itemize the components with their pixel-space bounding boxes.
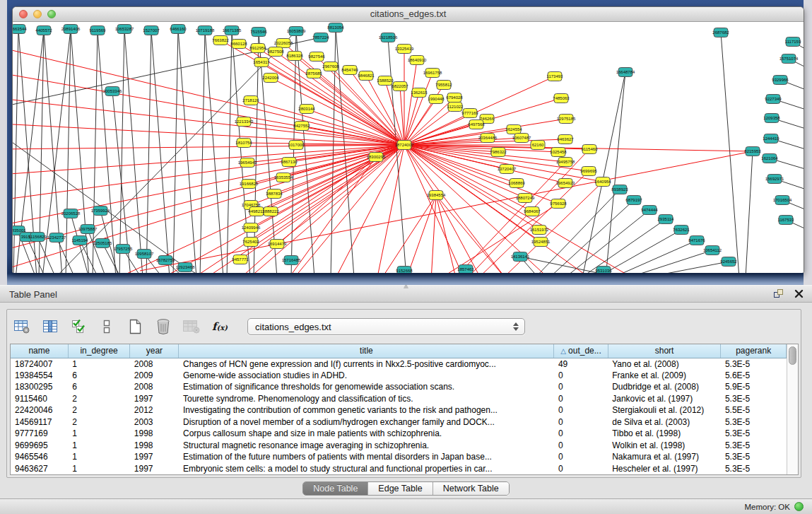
graph-node[interactable]: 2718126 — [242, 96, 259, 105]
graph-edge[interactable] — [227, 30, 232, 273]
graph-edge[interactable] — [151, 30, 170, 273]
column-header-year[interactable]: year — [130, 344, 179, 358]
graph-node[interactable]: 16961758 — [423, 69, 442, 78]
graph-edge[interactable] — [119, 29, 124, 273]
column-header-in_degree[interactable]: in_degree — [68, 344, 129, 358]
graph-node[interactable]: 7986322 — [490, 148, 507, 157]
graph-node[interactable]: 2967608 — [322, 62, 339, 71]
graph-node[interactable]: 12505185 — [93, 239, 112, 248]
cell-name[interactable]: 9465546 — [11, 451, 68, 463]
graph-node[interactable]: 8427552 — [293, 122, 310, 131]
graph-node[interactable]: 62160 — [531, 141, 545, 150]
cell-short[interactable]: Stergiakouli et al. (2012) — [608, 404, 721, 416]
table-row[interactable]: 969969511998Structural magnetic resonanc… — [11, 440, 787, 452]
cell-in_degree[interactable]: 1 — [68, 428, 129, 440]
cell-year[interactable]: 1998 — [130, 428, 179, 440]
graph-node[interactable]: 9684067 — [524, 207, 541, 216]
graph-node[interactable]: 16648784 — [616, 68, 635, 77]
cell-title[interactable]: Tourette syndrome. Phenomenology and cla… — [179, 393, 554, 405]
cell-out_degree[interactable]: 0 — [554, 393, 608, 405]
table-row[interactable]: 1830029562008Estimation of significance … — [11, 381, 787, 393]
cell-name[interactable]: 18724007 — [11, 358, 68, 370]
graph-node[interactable]: 12342737 — [47, 233, 66, 243]
graph-node[interactable]: 3867130 — [281, 158, 298, 167]
graph-node[interactable]: 1167533 — [778, 216, 795, 225]
graph-edge[interactable] — [13, 29, 18, 273]
graph-node[interactable]: 1068869 — [508, 179, 525, 188]
graph-edge[interactable] — [98, 30, 116, 273]
cell-in_degree[interactable]: 1 — [68, 451, 129, 463]
graph-node[interactable]: 17359924 — [91, 206, 110, 216]
graph-node[interactable]: 16914479 — [268, 240, 287, 249]
cell-year[interactable]: 2008 — [130, 358, 179, 370]
graph-node[interactable]: 8186328 — [286, 52, 303, 61]
graph-node[interactable]: 12409946 — [242, 223, 261, 233]
table-row[interactable]: 1938455462009Genome-wide association stu… — [11, 370, 787, 382]
cell-short[interactable]: Yano et al. (2008) — [608, 358, 721, 370]
cell-title[interactable]: Structural magnetic resonance image aver… — [179, 440, 554, 452]
cell-out_degree[interactable]: 0 — [554, 451, 608, 463]
select-columns-icon[interactable] — [68, 315, 89, 338]
cell-year[interactable]: 2012 — [130, 404, 179, 416]
graph-edge[interactable] — [406, 195, 436, 273]
close-window-button[interactable] — [19, 10, 28, 18]
cell-name[interactable]: 9463627 — [11, 463, 68, 475]
graph-edge[interactable] — [380, 195, 436, 273]
graph-edge[interactable] — [644, 262, 729, 273]
graph-node[interactable]: 10719188 — [196, 26, 215, 35]
graph-node[interactable]: 9699695 — [580, 167, 597, 176]
graph-node[interactable]: 9827508 — [267, 47, 284, 57]
graph-node[interactable]: 17957255 — [114, 245, 133, 254]
graph-node[interactable]: 6822057 — [392, 82, 408, 91]
new-column-icon[interactable] — [124, 315, 146, 338]
cell-name[interactable]: 9777169 — [11, 428, 68, 440]
graph-node[interactable]: 8215953 — [744, 147, 761, 156]
graph-node[interactable]: 4405572 — [35, 26, 52, 35]
graph-edge[interactable] — [124, 29, 143, 273]
cell-short[interactable]: Wolkin et al. (1998) — [608, 440, 721, 452]
graph-node[interactable]: 1654317 — [253, 58, 270, 67]
graph-node[interactable]: 17016504 — [773, 196, 792, 205]
graph-node[interactable]: 2803144 — [298, 105, 315, 114]
table-row[interactable]: 911546021997Tourette syndrome. Phenomeno… — [11, 393, 787, 405]
graph-node[interactable]: 1621064 — [761, 154, 778, 163]
column-header-title[interactable]: title — [179, 344, 554, 358]
graph-node[interactable]: 20891406 — [61, 25, 81, 34]
graph-node[interactable]: 19654943 — [238, 158, 257, 168]
cell-year[interactable]: 2003 — [130, 416, 179, 428]
cell-out_degree[interactable]: 0 — [554, 381, 608, 393]
tab-edge-table[interactable]: Edge Table — [368, 482, 433, 495]
graph-edge[interactable] — [200, 30, 205, 273]
cell-name[interactable]: 22420046 — [11, 404, 68, 416]
cell-out_degree[interactable]: 0 — [554, 416, 608, 428]
cell-title[interactable]: Corpus callosum shape and size in male p… — [179, 428, 554, 440]
graph-node[interactable]: 1173493 — [547, 72, 564, 81]
table-row[interactable]: 2242004622012Investigating the contribut… — [11, 404, 787, 416]
table-row[interactable]: 1872400712008Changes of HCN gene express… — [11, 358, 787, 370]
graph-node[interactable]: 6466160 — [170, 25, 187, 34]
graph-node[interactable]: 10958107 — [135, 250, 154, 259]
cell-year[interactable]: 1998 — [130, 440, 179, 452]
cell-title[interactable]: Embryonic stem cells: a model to study s… — [179, 463, 554, 475]
cell-out_degree[interactable]: 0 — [554, 370, 608, 382]
graph-node[interactable]: 16151972 — [530, 226, 549, 235]
graph-node[interactable]: 20053346 — [103, 87, 122, 96]
graph-node[interactable]: 3624554 — [505, 125, 522, 134]
graph-node[interactable]: 2687682 — [712, 28, 729, 37]
graph-node[interactable]: 9152668 — [396, 267, 413, 274]
graph-node[interactable]: 6879197 — [625, 196, 642, 205]
cell-short[interactable]: Tibbo et al. (1998) — [608, 428, 721, 440]
cell-year[interactable]: 2008 — [130, 381, 179, 393]
cell-out_degree[interactable]: 0 — [554, 440, 608, 452]
graph-node[interactable]: 1244419 — [763, 134, 779, 144]
graph-node[interactable]: 3887834 — [266, 189, 283, 199]
graph-edge[interactable] — [746, 151, 753, 273]
graph-edge[interactable] — [377, 145, 404, 273]
cell-name[interactable]: 9115460 — [11, 393, 68, 405]
cell-in_degree[interactable]: 2 — [68, 416, 129, 428]
graph-node[interactable]: 1145194 — [72, 236, 89, 245]
cell-pagerank[interactable]: 5.3E-5 — [721, 463, 787, 475]
cell-name[interactable]: 19384554 — [11, 370, 68, 382]
table-row[interactable]: 946362711997Embryonic stem cells: a mode… — [11, 463, 787, 475]
graph-node[interactable]: 7485063 — [553, 94, 570, 103]
